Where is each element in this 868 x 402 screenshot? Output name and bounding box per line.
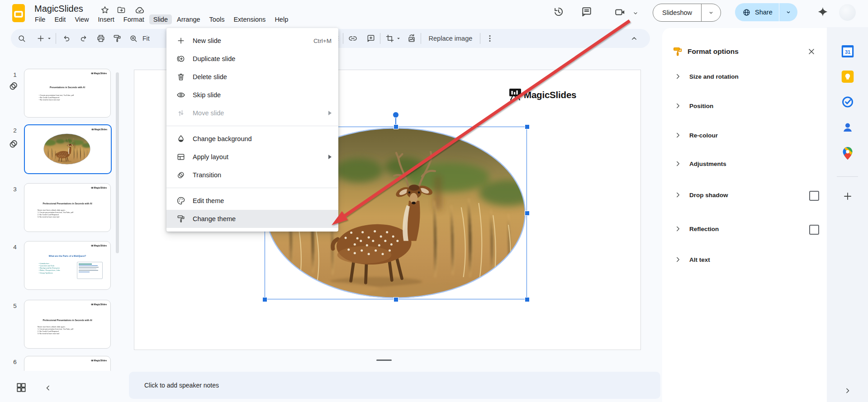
print-icon[interactable] [96, 34, 105, 43]
cloud-saved-icon[interactable] [135, 5, 145, 15]
slide-number-4: 4 [10, 244, 20, 251]
slide-thumbnail-3[interactable]: MagicSlides Professional Presentations i… [24, 183, 111, 232]
reflection-checkbox[interactable] [809, 225, 819, 235]
menu-file[interactable]: File [31, 14, 49, 24]
transition-indicator-icon[interactable] [8, 138, 19, 149]
menu-item-apply-layout[interactable]: Apply layout [166, 148, 338, 166]
undo-icon[interactable] [62, 34, 71, 43]
menu-format[interactable]: Format [119, 14, 148, 24]
slide-number-3: 3 [10, 186, 20, 193]
crop-icon[interactable] [385, 34, 394, 43]
collapse-toolbar-icon[interactable] [630, 34, 639, 43]
format-options-panel: Format options Size and rotation Positio… [662, 28, 827, 402]
format-section-recolour[interactable]: Re-colour [662, 126, 827, 144]
format-section-reflection[interactable]: Reflection [662, 220, 827, 238]
version-history-icon[interactable] [553, 6, 564, 18]
notes-resize-handle[interactable] [376, 359, 392, 361]
zoom-fit-label[interactable]: Fit [142, 35, 150, 42]
crop-caret-icon[interactable] [395, 35, 402, 42]
format-section-drop-shadow[interactable]: Drop shadow [662, 186, 827, 204]
replace-image-button[interactable]: Replace image [429, 35, 473, 42]
menu-item-change-theme[interactable]: Change theme [166, 210, 338, 228]
menu-slide[interactable]: Slide [149, 14, 172, 24]
drop-shadow-checkbox[interactable] [809, 191, 819, 201]
show-side-panel-icon[interactable] [843, 386, 852, 395]
slideshow-dropdown-caret-icon[interactable] [702, 9, 721, 16]
more-options-icon[interactable] [485, 34, 494, 43]
menu-item-change-background[interactable]: Change background [166, 130, 338, 148]
resize-handle-sw[interactable] [262, 297, 267, 302]
transition-indicator-icon[interactable] [8, 80, 19, 91]
slide-thumbnail-1[interactable]: MagicSlides Presentations in Seconds wit… [24, 69, 111, 118]
menu-view[interactable]: View [71, 14, 93, 24]
gemini-sparkle-icon[interactable] [817, 6, 829, 18]
menu-insert[interactable]: Insert [94, 14, 119, 24]
maps-icon[interactable] [841, 147, 854, 162]
apps-divider [837, 176, 858, 177]
redo-icon[interactable] [79, 34, 88, 43]
resize-handle-n[interactable] [394, 124, 398, 129]
share-button[interactable]: Share [751, 9, 779, 16]
insert-link-icon[interactable] [348, 34, 357, 43]
slides-product-icon[interactable] [11, 3, 26, 24]
thumb5-title: Professional Presentations in Seconds wi… [41, 319, 94, 322]
menu-help[interactable]: Help [270, 14, 292, 24]
mask-image-icon[interactable] [407, 34, 416, 43]
calendar-icon[interactable]: 31 [841, 45, 854, 59]
menu-item-skip-slide[interactable]: Skip slide [166, 86, 338, 104]
move-folder-icon[interactable] [117, 5, 126, 14]
star-icon[interactable] [100, 5, 109, 14]
format-section-alt-text[interactable]: Alt text [662, 251, 827, 269]
menu-item-delete-slide[interactable]: Delete slide [166, 68, 338, 86]
paint-format-icon[interactable] [113, 34, 122, 43]
slide-thumbnail-5[interactable]: MagicSlides Professional Presentations i… [24, 300, 111, 349]
thumb-logo: MagicSlides [91, 303, 107, 306]
new-slide-plus-icon[interactable] [36, 34, 45, 43]
resize-handle-se[interactable] [525, 297, 530, 302]
get-addons-plus-icon[interactable] [842, 191, 853, 202]
slide-thumbnail-4[interactable]: MagicSlides What are the Parts of a WebQ… [24, 241, 111, 290]
thumb2-deer-image [43, 133, 90, 165]
tasks-icon[interactable] [841, 96, 854, 110]
submenu-arrow-icon [328, 111, 332, 115]
rotation-handle[interactable] [393, 112, 399, 118]
speaker-notes-placeholder: Click to add speaker notes [144, 382, 219, 389]
menu-tools[interactable]: Tools [205, 14, 229, 24]
slide-thumbnail-6[interactable]: MagicSlides [24, 356, 111, 371]
format-section-position[interactable]: Position [662, 97, 827, 115]
collapse-filmstrip-icon[interactable] [43, 383, 52, 393]
user-avatar[interactable] [839, 4, 856, 21]
search-menus-icon[interactable] [17, 34, 26, 43]
meet-camera-icon[interactable] [614, 6, 626, 18]
filmstrip-scrollbar[interactable] [116, 72, 119, 253]
menu-item-new-slide[interactable]: New slide Ctrl+M [166, 32, 338, 50]
share-dropdown-caret-icon[interactable] [779, 9, 797, 16]
add-comment-icon[interactable] [366, 34, 375, 43]
menu-item-edit-theme[interactable]: Edit theme [166, 192, 338, 210]
menu-edit[interactable]: Edit [50, 14, 70, 24]
meet-dropdown-caret-icon[interactable] [631, 9, 640, 17]
zoom-in-icon[interactable] [129, 34, 138, 43]
slideshow-button[interactable]: Slideshow [653, 9, 701, 16]
resize-handle-ne[interactable] [525, 124, 530, 129]
menu-extensions[interactable]: Extensions [229, 14, 270, 24]
keep-icon[interactable] [841, 71, 854, 85]
chevron-right-icon [674, 160, 682, 168]
menu-item-transition[interactable]: Transition [166, 166, 338, 184]
close-icon[interactable] [807, 47, 816, 56]
comment-history-icon[interactable] [581, 6, 593, 18]
resize-handle-e[interactable] [525, 211, 530, 216]
format-section-adjustments[interactable]: Adjustments [662, 155, 827, 173]
resize-handle-s[interactable] [394, 297, 398, 302]
menu-item-duplicate-slide[interactable]: Duplicate slide [166, 50, 338, 68]
format-options-roller-icon [672, 46, 683, 57]
contacts-icon[interactable] [841, 121, 854, 135]
grid-view-icon[interactable] [15, 382, 27, 393]
speaker-notes[interactable]: Click to add speaker notes [129, 372, 660, 399]
new-slide-caret-icon[interactable] [46, 35, 52, 42]
document-title[interactable]: MagicSlides [34, 4, 83, 14]
slide-logo-text: MagicSlides [524, 90, 576, 100]
menu-arrange[interactable]: Arrange [173, 14, 204, 24]
slide-thumbnail-2-selected[interactable]: MagicSlides [24, 124, 112, 174]
format-section-size-rotation[interactable]: Size and rotation [662, 67, 827, 85]
